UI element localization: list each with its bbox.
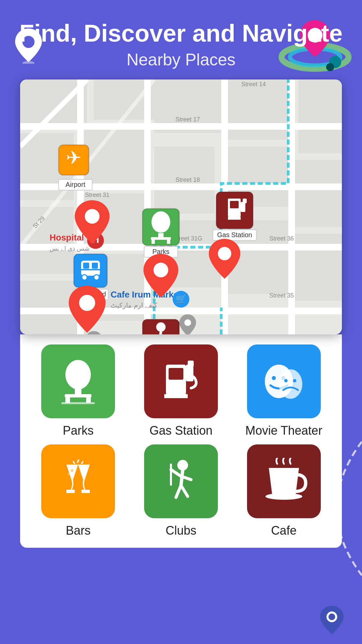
- svg-point-97: [85, 209, 100, 224]
- grid-item-gas-station[interactable]: Gas Station: [133, 344, 229, 438]
- grid-item-movie-theater[interactable]: Movie Theater: [236, 344, 332, 438]
- svg-rect-13: [228, 79, 295, 140]
- svg-text:Street 35: Street 35: [269, 292, 294, 299]
- svg-text:Airport: Airport: [66, 181, 85, 188]
- svg-rect-80: [83, 263, 89, 269]
- svg-line-121: [77, 460, 79, 463]
- svg-rect-65: [151, 237, 171, 240]
- bars-icon-box: [41, 444, 115, 518]
- clubs-icon: [158, 458, 204, 505]
- svg-point-99: [218, 247, 231, 260]
- svg-line-126: [171, 470, 181, 476]
- movie-theater-icon-box: [247, 344, 321, 418]
- svg-rect-19: [295, 160, 342, 227]
- svg-rect-75: [228, 217, 241, 220]
- svg-point-82: [82, 275, 87, 280]
- parks-label: Parks: [63, 424, 94, 438]
- svg-point-83: [94, 275, 99, 280]
- grid-item-cafe[interactable]: Cafe: [236, 444, 332, 538]
- clubs-label: Clubs: [166, 524, 196, 538]
- svg-point-114: [272, 376, 276, 380]
- svg-text:Street 18: Street 18: [175, 176, 200, 183]
- svg-point-100: [79, 295, 95, 311]
- grid-item-bars[interactable]: Bars: [30, 444, 126, 538]
- svg-text:🛒: 🛒: [176, 293, 187, 304]
- svg-rect-66: [152, 240, 155, 244]
- svg-point-54: [184, 319, 191, 326]
- svg-rect-72: [230, 201, 239, 208]
- svg-text:Hospital: Hospital: [50, 232, 84, 243]
- svg-point-63: [152, 211, 170, 233]
- cafe-icon: [260, 458, 307, 505]
- svg-rect-74: [243, 199, 247, 203]
- svg-line-123: [81, 461, 83, 464]
- svg-point-88: [156, 322, 166, 332]
- svg-text:Gas Station: Gas Station: [217, 231, 252, 238]
- grid-item-parks[interactable]: Parks: [30, 344, 126, 438]
- svg-line-122: [73, 461, 75, 464]
- svg-text:Street 14: Street 14: [241, 81, 266, 88]
- svg-text:Street 36: Street 36: [269, 235, 294, 242]
- header-subtitle: Nearby Places: [13, 50, 349, 69]
- svg-line-129: [176, 485, 181, 497]
- svg-rect-81: [92, 263, 98, 269]
- svg-point-116: [279, 369, 302, 399]
- svg-rect-14: [298, 79, 342, 153]
- svg-point-131: [265, 493, 302, 500]
- svg-point-119: [71, 469, 73, 472]
- svg-point-120: [68, 473, 70, 475]
- svg-text:Cafe Irum Market: Cafe Irum Market: [111, 289, 181, 300]
- svg-line-130: [181, 485, 188, 496]
- svg-text:شس ذی اے بس: شس ذی اے بس: [50, 245, 89, 252]
- svg-rect-73: [241, 202, 245, 212]
- grid-item-clubs[interactable]: Clubs: [133, 444, 229, 538]
- svg-rect-107: [61, 402, 95, 404]
- bars-icon: [55, 458, 102, 505]
- svg-rect-110: [186, 365, 193, 381]
- cafe-icon-box: [247, 444, 321, 518]
- svg-rect-104: [65, 394, 92, 397]
- svg-rect-106: [86, 397, 91, 403]
- bars-label: Bars: [66, 524, 90, 538]
- gas-station-icon: [158, 358, 204, 405]
- svg-rect-84: [81, 269, 100, 270]
- svg-point-102: [65, 360, 91, 389]
- gas-station-label: Gas Station: [149, 424, 213, 438]
- map-svg: Street 17 Street 18 Street 31 Street 31G…: [20, 79, 342, 334]
- svg-rect-112: [164, 394, 188, 398]
- pin-bottomright: [318, 604, 345, 637]
- header: Find, Discover and Navigate Nearby Place…: [0, 0, 362, 79]
- svg-point-118: [293, 379, 296, 382]
- svg-point-98: [154, 263, 168, 277]
- svg-text:✈: ✈: [66, 147, 81, 168]
- svg-rect-109: [169, 368, 183, 380]
- parks-icon-box: [41, 344, 115, 418]
- svg-text:Street 31: Street 31: [85, 192, 109, 198]
- header-title: Find, Discover and Navigate: [13, 20, 349, 47]
- movie-theater-icon: [260, 358, 307, 405]
- svg-text:Street 17: Street 17: [175, 116, 200, 123]
- parks-icon: [55, 358, 102, 405]
- svg-point-133: [328, 613, 335, 620]
- svg-text:کیفے ارم مارکیٹ: کیفے ارم مارکیٹ: [111, 302, 158, 309]
- svg-point-117: [284, 379, 288, 382]
- svg-rect-67: [167, 240, 170, 244]
- cafe-label: Cafe: [271, 524, 297, 538]
- svg-rect-111: [188, 361, 194, 367]
- gas-station-icon-box: [144, 344, 218, 418]
- category-grid: Parks Gas Station: [20, 334, 342, 548]
- svg-rect-105: [65, 397, 70, 403]
- clubs-icon-box: [144, 444, 218, 518]
- movie-theater-label: Movie Theater: [245, 424, 322, 438]
- map-container: Street 17 Street 18 Street 31 Street 31G…: [20, 79, 342, 334]
